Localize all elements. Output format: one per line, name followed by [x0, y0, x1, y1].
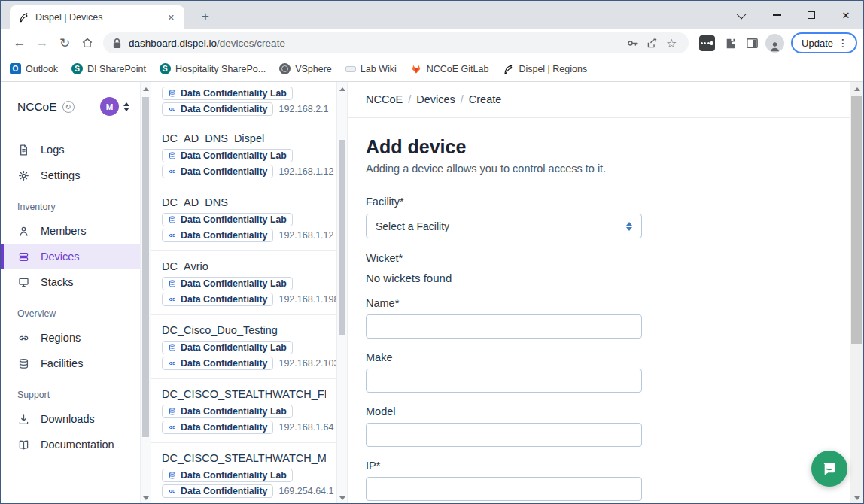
home-icon	[81, 36, 94, 50]
device-name: DC_Avrio	[162, 260, 326, 272]
bookmark-di-sharepoint[interactable]: SDI SharePoint	[71, 63, 146, 74]
region-badge: Data Confidentiality	[162, 421, 273, 434]
device-list-item[interactable]: DC_CISCO_STEALTHWATCH_MANAGE Data Confid…	[151, 443, 336, 504]
sharepoint-icon: S	[71, 63, 83, 74]
model-input[interactable]	[366, 423, 642, 447]
database-icon	[168, 407, 177, 416]
sidebar-item-logs[interactable]: Logs	[1, 137, 140, 162]
address-bar[interactable]: dashboard.dispel.io/devices/create ☆	[103, 32, 689, 53]
breadcrumb-nccoe[interactable]: NCCoE	[366, 93, 403, 105]
wicket-empty-state: No wickets found	[366, 272, 832, 284]
breadcrumb: NCCoE/Devices/Create	[348, 82, 850, 118]
sidebar-item-documentation[interactable]: Documentation	[1, 432, 140, 457]
update-button[interactable]: Update ⋮	[791, 32, 857, 53]
sidebar-scrollbar-thumb[interactable]	[142, 97, 149, 437]
extensions-puzzle-icon[interactable]	[719, 32, 740, 53]
sidebar-item-downloads[interactable]: Downloads	[1, 406, 140, 432]
ip-input[interactable]	[366, 477, 642, 501]
bookmark-nccoe-gitlab[interactable]: NCCoE GitLab	[410, 63, 489, 75]
device-ip: 192.168.1.64	[278, 422, 333, 433]
region-badge: Data Confidentiality	[162, 293, 273, 306]
browser-tab[interactable]: Dispel | Devices ✕	[10, 5, 184, 29]
database-icon	[168, 151, 177, 160]
home-button[interactable]	[76, 32, 99, 54]
scroll-down-icon[interactable]	[141, 493, 151, 503]
device-list-item[interactable]: DC_Avrio Data Confidentiality Lab Data C…	[151, 251, 336, 315]
sidebar-item-devices[interactable]: Devices	[1, 244, 140, 269]
new-tab-button[interactable]: +	[195, 7, 216, 28]
device-list-item[interactable]: DC_CISCO_STEALTHWATCH_FLOW_CO Data Confi…	[151, 379, 336, 443]
tab-close-icon[interactable]: ✕	[164, 11, 178, 24]
device-list-item-partial[interactable]: Data Confidentiality Lab Data Confidenti…	[151, 82, 336, 123]
device-name: DC_Cisco_Duo_Testing	[162, 324, 326, 336]
facility-badge: Data Confidentiality Lab	[162, 341, 293, 354]
device-list-panel: Data Confidentiality Lab Data Confidenti…	[151, 82, 336, 504]
scroll-up-icon[interactable]	[141, 83, 151, 94]
close-button[interactable]: ✕	[829, 1, 863, 29]
reload-button[interactable]: ↻	[53, 32, 76, 54]
device-name: DC_AD_DNS_Dispel	[162, 132, 326, 144]
device-name: DC_AD_DNS	[162, 196, 326, 208]
bookmark-outlook[interactable]: OOutlook	[10, 63, 58, 74]
window-scrollbar-thumb[interactable]	[851, 96, 862, 344]
device-list-item[interactable]: DC_AD_DNS Data Confidentiality Lab Data …	[151, 187, 336, 251]
device-list-scrollbar-thumb[interactable]	[339, 140, 345, 335]
maximize-button[interactable]	[794, 1, 829, 29]
bookmark-lab-wiki[interactable]: Lab Wiki	[345, 64, 397, 74]
sidebar-item-facilities[interactable]: Facilities	[1, 351, 140, 376]
bookmark-dispel-regions[interactable]: Dispel | Regions	[502, 63, 587, 75]
tab-search-chevron-icon[interactable]	[725, 1, 759, 29]
make-input[interactable]	[366, 369, 642, 393]
scroll-up-icon[interactable]	[850, 83, 863, 94]
name-input[interactable]	[366, 314, 642, 339]
bookmark-hospitality-sharepoint[interactable]: SHospitality SharePo...	[160, 63, 266, 74]
facility-badge: Data Confidentiality Lab	[162, 469, 293, 482]
database-icon	[168, 343, 177, 352]
breadcrumb-devices[interactable]: Devices	[416, 93, 455, 105]
window-scrollbar[interactable]	[850, 82, 863, 504]
scroll-up-icon[interactable]	[337, 83, 347, 94]
org-selector-chevrons-icon[interactable]	[123, 102, 129, 111]
device-list-item[interactable]: DC_Cisco_Duo_Testing Data Confidentialit…	[151, 315, 336, 379]
extension-dots-icon[interactable]	[696, 32, 717, 53]
forward-button[interactable]: →	[31, 32, 53, 54]
section-label-overview: Overview	[17, 308, 140, 319]
facility-label: Facility*	[366, 196, 832, 208]
link-icon	[168, 167, 177, 176]
side-panel-icon[interactable]	[741, 32, 762, 53]
org-switch-icon[interactable]: ↻	[62, 101, 75, 113]
user-avatar[interactable]: M	[100, 97, 119, 116]
scroll-down-icon[interactable]	[337, 493, 347, 503]
sidebar-item-settings[interactable]: Settings	[1, 162, 140, 188]
wicket-label: Wicket*	[366, 252, 832, 264]
link-icon	[168, 423, 177, 432]
sidebar-item-members[interactable]: Members	[1, 218, 140, 244]
facility-select[interactable]: Select a Facility	[366, 214, 642, 238]
share-icon[interactable]	[642, 33, 662, 53]
sidebar-item-stacks[interactable]: Stacks	[1, 269, 140, 295]
facility-badge: Data Confidentiality Lab	[162, 405, 293, 418]
gear-icon	[17, 169, 30, 182]
bookmark-star-icon[interactable]: ☆	[662, 33, 681, 53]
name-label: Name*	[366, 297, 832, 309]
password-key-icon[interactable]	[622, 33, 642, 53]
sidebar-scrollbar[interactable]	[140, 82, 151, 504]
profile-avatar-icon[interactable]	[764, 32, 785, 53]
browser-window: Dispel | Devices ✕ + ✕ ← → ↻ dashboard.d…	[0, 0, 864, 504]
link-icon	[17, 332, 30, 345]
device-ip: 192.168.1.12	[278, 166, 333, 177]
back-button[interactable]: ←	[8, 32, 31, 54]
main-content: NCCoE/Devices/Create Add device Adding a…	[348, 82, 850, 504]
chat-launcher-button[interactable]	[811, 451, 847, 487]
database-icon	[168, 279, 177, 288]
page-title: Add device	[366, 136, 832, 158]
bookmark-vsphere[interactable]: VSphere	[279, 63, 332, 74]
book-icon	[17, 439, 30, 451]
scroll-down-icon[interactable]	[850, 493, 863, 503]
sidebar-item-regions[interactable]: Regions	[1, 325, 140, 351]
menu-kebab-icon[interactable]: ⋮	[833, 37, 853, 49]
device-list-item[interactable]: DC_AD_DNS_Dispel Data Confidentiality La…	[151, 123, 336, 187]
minimize-button[interactable]	[759, 1, 794, 29]
device-list-scrollbar[interactable]	[336, 82, 348, 504]
facility-badge: Data Confidentiality Lab	[162, 277, 293, 290]
